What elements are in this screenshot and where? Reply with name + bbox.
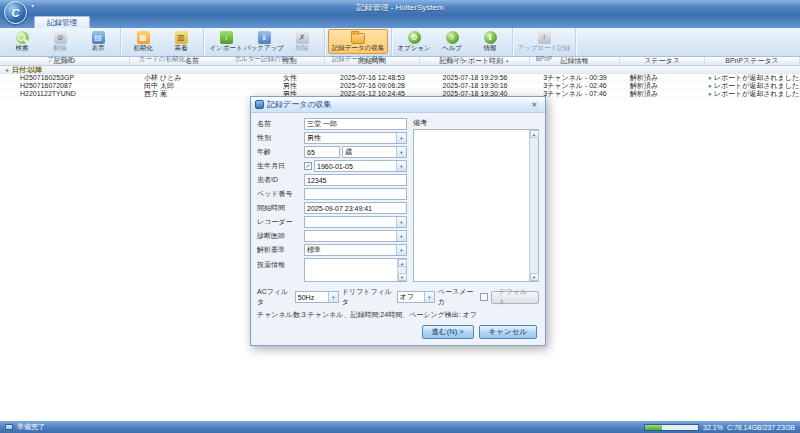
column-header-bpnp-status[interactable]: BPnPステータス: [705, 57, 800, 65]
ribbon-tab-bar: 記録管理: [0, 15, 800, 28]
next-button[interactable]: 進む(N) >: [422, 325, 474, 339]
upload-record-button[interactable]: ↑ アップロード記録: [516, 29, 572, 54]
import-time-cell: 2025-07-18 19:29:56: [420, 74, 530, 81]
column-header-import-time[interactable]: 記録インポート時刻▼: [420, 57, 530, 65]
info-button-label: 情報: [484, 45, 497, 52]
doctor-label: 診断医師: [257, 231, 304, 241]
gender-select[interactable]: 男性 ▾: [304, 132, 407, 144]
dialog-title: 記録データの収集: [267, 99, 332, 110]
column-header-gender[interactable]: 性別: [255, 57, 325, 65]
delete-button[interactable]: ✗ 削除: [283, 29, 321, 54]
record-info-cell: 3チャンネル - 00:39: [530, 74, 620, 81]
column-header-start-time[interactable]: 開始時間: [325, 57, 420, 65]
patient-id-label: 患者ID: [257, 175, 304, 185]
age-input[interactable]: [304, 146, 340, 158]
dialog-title-bar[interactable]: 記録データの収集 ✕: [251, 97, 545, 113]
initialize-button[interactable]: ▦ 初期化: [124, 29, 162, 54]
release-icon: ⊘: [54, 31, 67, 44]
medication-label: 投薬情報: [257, 258, 304, 270]
bpnp-status-text: レポートが返却されました。: [714, 74, 800, 81]
app-window: C ▾ 記録管理 - HolterSystem 記録管理 検索 ⊘ 解除 ▤ 表…: [0, 0, 800, 433]
ac-filter-select[interactable]: 50Hz ▾: [295, 291, 339, 303]
app-logo-icon[interactable]: C: [4, 1, 27, 24]
scroll-up-icon[interactable]: ▲: [398, 259, 407, 267]
import-time-cell: 2025-07-18 19:30:16: [420, 82, 530, 89]
search-button[interactable]: 検索: [3, 29, 41, 54]
disk-usage-percent: 32.1%: [703, 424, 723, 431]
age-unit-select[interactable]: 歳 ▾: [342, 146, 407, 158]
remarks-label: 備考: [413, 118, 539, 128]
collect-data-button[interactable]: 記録データの収集: [328, 29, 388, 54]
drift-filter-select[interactable]: オフ ▾: [397, 291, 435, 303]
chevron-down-icon[interactable]: ▾: [396, 133, 406, 143]
patient-id-input[interactable]: [304, 174, 407, 186]
ribbon-group-system: ⚙ オプション ? ヘルプ ℹ 情報 システム: [392, 28, 513, 56]
scroll-down-icon[interactable]: ▼: [530, 273, 539, 281]
chevron-down-icon[interactable]: ▾: [396, 147, 406, 157]
name-cell: 田中 太郎: [130, 82, 255, 89]
pacemaker-checkbox[interactable]: [480, 293, 488, 301]
collect-data-button-label: 記録データの収集: [332, 45, 384, 52]
recorder-select[interactable]: ▾: [304, 216, 407, 228]
info-button[interactable]: ℹ 情報: [471, 29, 509, 54]
tab-record-management[interactable]: 記録管理: [34, 16, 90, 28]
backup-button[interactable]: ⇓ バックアップ: [245, 29, 283, 54]
bed-number-input[interactable]: [304, 188, 407, 200]
chevron-down-icon[interactable]: ▾: [396, 231, 406, 241]
chevron-down-icon[interactable]: ▾: [396, 217, 406, 227]
status-ok-icon: ●: [708, 75, 712, 81]
close-icon[interactable]: ✕: [528, 99, 541, 110]
remarks-scrollbar[interactable]: ▲ ▼: [529, 130, 538, 281]
display-button[interactable]: ▤ 表示: [79, 29, 117, 54]
table-group-row[interactable]: ▸ 日付:以降: [0, 66, 800, 74]
column-header-status[interactable]: ステータス: [620, 57, 705, 65]
column-header-record-info[interactable]: 記録情報: [530, 57, 620, 65]
default-button[interactable]: デフォルト: [491, 291, 540, 304]
status-ok-icon: ●: [708, 83, 712, 89]
bpnp-status-cell: ● レポートが返却されました。: [705, 74, 800, 81]
column-header-name[interactable]: 名前: [130, 57, 255, 65]
start-time-input[interactable]: [304, 202, 407, 214]
chevron-down-icon[interactable]: ▾: [424, 292, 434, 302]
start-time-cell: 2025-07-16 12:48:53: [325, 74, 420, 81]
birthdate-checkbox[interactable]: ✓: [304, 162, 312, 170]
gear-icon: ⚙: [408, 31, 421, 44]
release-button[interactable]: ⊘ 解除: [41, 29, 79, 54]
help-button-label: ヘルプ: [442, 45, 462, 52]
medication-scrollbar[interactable]: ▲ ▼: [397, 259, 406, 281]
chevron-down-icon[interactable]: ▾: [396, 245, 406, 255]
quick-access-toolbar[interactable]: ▾: [31, 2, 34, 9]
recorder-label: レコーダー: [257, 217, 304, 227]
status-cell: 解析済み: [620, 82, 705, 89]
drift-filter-label: ドリフトフィルタ: [342, 287, 394, 307]
options-button[interactable]: ⚙ オプション: [395, 29, 433, 54]
table-row[interactable]: H2507160253GP 小林 ひとみ 女性 2025-07-16 12:48…: [0, 74, 800, 82]
initialize-icon: ▦: [137, 31, 150, 44]
scroll-down-icon[interactable]: ▼: [398, 273, 407, 281]
chevron-down-icon[interactable]: ▾: [328, 292, 338, 302]
doctor-select[interactable]: ▾: [304, 230, 407, 242]
attach-button[interactable]: ▥ 装着: [162, 29, 200, 54]
ribbon: 検索 ⊘ 解除 ▤ 表示 ブラウズ ▦ 初期化 ▥: [0, 28, 800, 57]
quick-access-chevron-icon[interactable]: ▾: [31, 2, 34, 9]
help-button[interactable]: ? ヘルプ: [433, 29, 471, 54]
remarks-textarea[interactable]: ▲ ▼: [413, 129, 539, 282]
dialog-icon: [255, 100, 264, 109]
ribbon-group-bpnp: ↑ アップロード記録 BPnP: [513, 28, 576, 56]
record-id-cell: H2201122TYUND: [0, 90, 130, 97]
status-cell: 解析済み: [620, 90, 705, 97]
table-row[interactable]: H250716072087 田中 太郎 男性 2025-07-16 09:06:…: [0, 82, 800, 90]
upload-icon: ↑: [538, 31, 551, 44]
search-icon: [16, 31, 29, 44]
cancel-button[interactable]: キャンセル: [479, 325, 537, 339]
gender-field-row: 性別 男性 ▾: [257, 132, 407, 144]
criteria-select[interactable]: 標準 ▾: [304, 244, 407, 256]
scroll-up-icon[interactable]: ▲: [530, 130, 539, 138]
group-expand-icon[interactable]: ▸: [6, 66, 9, 73]
birthdate-picker[interactable]: 1960-01-05 ▾: [314, 160, 407, 172]
import-button[interactable]: ↓ インポート: [207, 29, 245, 54]
name-input[interactable]: [304, 118, 407, 130]
medication-textarea[interactable]: ▲ ▼: [304, 258, 407, 282]
calendar-dropdown-icon[interactable]: ▾: [396, 161, 406, 171]
release-button-label: 解除: [54, 45, 67, 52]
